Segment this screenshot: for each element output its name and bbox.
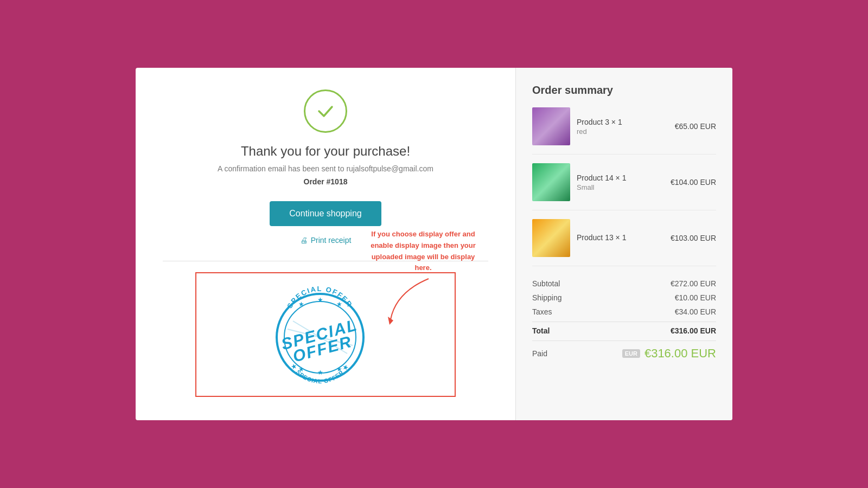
- svg-text:★: ★: [298, 365, 304, 373]
- svg-text:★: ★: [336, 300, 342, 308]
- checkmark-circle: [304, 89, 347, 133]
- product3-price: €65.00 EUR: [675, 122, 716, 131]
- total-value: €316.00 EUR: [671, 326, 716, 335]
- product14-name: Product 14 × 1: [577, 174, 664, 182]
- product3-image: [532, 107, 570, 145]
- product14-image: [532, 163, 570, 201]
- annotation-text: If you choose display offer and enable d…: [369, 229, 477, 274]
- paid-amount-value: €316.00 EUR: [644, 346, 716, 361]
- taxes-label: Taxes: [532, 307, 552, 316]
- order-item-product13: Product 13 × 1 €103.00 EUR: [532, 219, 716, 266]
- svg-text:★: ★: [298, 300, 304, 308]
- order-number: Order #1018: [304, 177, 348, 186]
- eur-badge: EUR: [622, 349, 640, 358]
- product13-price: €103.00 EUR: [671, 234, 716, 242]
- product14-price: €104.00 EUR: [671, 178, 716, 187]
- paid-label: Paid: [532, 349, 547, 358]
- product3-name: Product 3 × 1: [577, 118, 668, 126]
- paid-amount-container: EUR €316.00 EUR: [622, 346, 716, 361]
- shipping-row: Shipping €10.00 EUR: [532, 293, 716, 302]
- print-receipt-link[interactable]: 🖨 Print receipt: [300, 236, 352, 245]
- printer-icon: 🖨: [300, 236, 308, 245]
- shipping-label: Shipping: [532, 293, 562, 302]
- order-item-product14: Product 14 × 1 Small €104.00 EUR: [532, 163, 716, 210]
- subtotal-label: Subtotal: [532, 279, 560, 288]
- product3-details: Product 3 × 1 red: [577, 118, 668, 136]
- total-label: Total: [532, 326, 550, 335]
- shipping-value: €10.00 EUR: [675, 293, 716, 302]
- special-offer-section: ★ ★ ★ SPECIAL OFFER SPECIAL OFFER: [163, 272, 488, 397]
- svg-text:★: ★: [317, 369, 323, 376]
- svg-text:★: ★: [317, 296, 323, 304]
- subtotal-row: Subtotal €272.00 EUR: [532, 279, 716, 288]
- thank-you-title: Thank you for your purchase!: [241, 144, 410, 159]
- check-icon: [315, 100, 336, 122]
- right-panel: Order summary Product 3 × 1 red €65.00 E…: [515, 68, 732, 420]
- order-summary-title: Order summary: [532, 84, 716, 97]
- product14-details: Product 14 × 1 Small: [577, 174, 664, 191]
- product13-name: Product 13 × 1: [577, 233, 664, 242]
- taxes-row: Taxes €34.00 EUR: [532, 307, 716, 316]
- subtotal-value: €272.00 EUR: [671, 279, 716, 288]
- order-item-product3: Product 3 × 1 red €65.00 EUR: [532, 107, 716, 155]
- product14-variant: Small: [577, 183, 664, 191]
- total-row: Total €316.00 EUR: [532, 322, 716, 335]
- confirmation-email: A confirmation email has been sent to ru…: [218, 164, 433, 173]
- order-items-list: Product 3 × 1 red €65.00 EUR Product 14 …: [532, 107, 716, 266]
- product13-image: [532, 219, 570, 257]
- left-panel: Thank you for your purchase! A confirmat…: [136, 68, 515, 420]
- continue-shopping-button[interactable]: Continue shopping: [270, 201, 381, 226]
- product13-details: Product 13 × 1: [577, 233, 664, 243]
- annotation-area: If you choose display offer and enable d…: [369, 229, 477, 325]
- product3-variant: red: [577, 127, 668, 136]
- annotation-arrow: [385, 276, 439, 325]
- totals-section: Subtotal €272.00 EUR Shipping €10.00 EUR…: [532, 275, 716, 361]
- taxes-value: €34.00 EUR: [675, 307, 716, 316]
- svg-text:★: ★: [336, 365, 342, 373]
- print-receipt-label: Print receipt: [311, 236, 352, 245]
- page-container: Thank you for your purchase! A confirmat…: [136, 68, 732, 420]
- paid-row: Paid EUR €316.00 EUR: [532, 341, 716, 361]
